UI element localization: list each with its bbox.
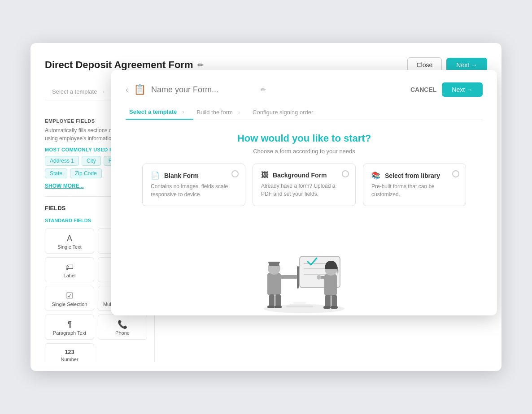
field-single-text[interactable]: A Single Text bbox=[45, 229, 94, 254]
overlay-step-configure-label: Configure signing order bbox=[253, 109, 313, 116]
background-form-radio[interactable] bbox=[342, 170, 349, 177]
svg-rect-17 bbox=[325, 295, 331, 307]
overlay-step-arrow-2: › bbox=[238, 109, 240, 116]
start-section: How would you like to start? Choose a fo… bbox=[126, 133, 483, 206]
overlay-step-configure-signing[interactable]: Configure signing order bbox=[249, 105, 322, 119]
field-number[interactable]: 123 Number bbox=[45, 343, 94, 362]
svg-rect-4 bbox=[268, 262, 280, 263]
blank-form-label: Blank Form bbox=[164, 172, 199, 179]
library-icon: 📚 bbox=[371, 171, 380, 180]
background-form-icon: 🖼 bbox=[261, 171, 268, 179]
blank-form-radio[interactable] bbox=[231, 170, 239, 177]
svg-rect-1 bbox=[267, 273, 281, 295]
overlay-title-area: ‹ 📋 ✏ bbox=[126, 84, 266, 95]
option-library[interactable]: 📚 Select from library Pre-built forms th… bbox=[363, 164, 466, 206]
illustration-area bbox=[126, 217, 483, 315]
svg-rect-10 bbox=[297, 266, 299, 289]
back-arrow-icon[interactable]: ‹ bbox=[126, 85, 128, 95]
svg-rect-6 bbox=[275, 294, 281, 307]
background-form-label: Background Form bbox=[273, 172, 327, 179]
svg-rect-9 bbox=[280, 275, 298, 279]
option-bg-header: 🖼 Background Form bbox=[261, 171, 347, 179]
overlay-step-build-label: Build the form bbox=[197, 109, 233, 116]
overlay-header-buttons: CANCEL Next → bbox=[410, 82, 483, 97]
overlay-step-arrow-1: › bbox=[182, 108, 184, 115]
svg-rect-7 bbox=[267, 306, 275, 308]
svg-rect-15 bbox=[324, 274, 337, 296]
svg-rect-24 bbox=[290, 304, 310, 306]
edit-title-icon[interactable]: ✏ bbox=[197, 61, 203, 69]
main-window: Direct Deposit Agreement Form ✏ Close Ne… bbox=[31, 43, 501, 371]
next-overlay-button[interactable]: Next → bbox=[442, 82, 483, 97]
tag-state[interactable]: State bbox=[45, 168, 67, 178]
overlay-modal: ‹ 📋 ✏ CANCEL Next → Select a template › … bbox=[111, 70, 497, 315]
illustration-svg bbox=[241, 226, 367, 315]
form-name-input[interactable] bbox=[151, 85, 255, 95]
library-radio[interactable] bbox=[452, 170, 459, 177]
background-form-desc: Already have a form? Upload a PDF and se… bbox=[261, 182, 347, 198]
overlay-step-select-template[interactable]: Select a template › bbox=[126, 105, 193, 120]
library-label: Select from library bbox=[385, 172, 440, 179]
form-icon: 📋 bbox=[134, 84, 146, 95]
main-title-text: Direct Deposit Agreement Form bbox=[45, 59, 193, 71]
number-icon: 123 bbox=[65, 349, 74, 355]
tag-city[interactable]: City bbox=[82, 156, 101, 166]
option-blank-form[interactable]: 📄 Blank Form Contains no images, fields … bbox=[142, 164, 245, 206]
overlay-step-select-label: Select a template bbox=[129, 108, 177, 115]
fields-title: FIELDS bbox=[45, 205, 65, 211]
blank-form-icon: 📄 bbox=[151, 171, 160, 180]
field-single-text-label: Single Text bbox=[57, 244, 82, 250]
field-phone[interactable]: 📞 Phone bbox=[98, 315, 147, 340]
field-single-selection[interactable]: ☑ Single Selection bbox=[45, 286, 94, 311]
svg-rect-19 bbox=[323, 306, 331, 309]
step-select-template[interactable]: Select a template › bbox=[45, 84, 114, 99]
field-label[interactable]: 🏷 Label bbox=[45, 257, 94, 282]
svg-rect-23 bbox=[286, 306, 313, 307]
svg-rect-8 bbox=[275, 306, 282, 308]
overlay-header: ‹ 📋 ✏ CANCEL Next → bbox=[126, 82, 483, 97]
single-selection-icon: ☑ bbox=[66, 292, 73, 300]
blank-form-desc: Contains no images, fields scale respons… bbox=[151, 182, 237, 198]
start-title: How would you like to start? bbox=[126, 133, 483, 144]
single-text-icon: A bbox=[67, 234, 72, 242]
field-single-selection-label: Single Selection bbox=[52, 302, 87, 307]
svg-rect-18 bbox=[331, 295, 337, 307]
field-number-label: Number bbox=[61, 357, 78, 362]
overlay-step-build-form[interactable]: Build the form › bbox=[193, 105, 249, 119]
edit-form-name-icon[interactable]: ✏ bbox=[261, 86, 266, 93]
svg-rect-20 bbox=[331, 306, 338, 309]
field-paragraph-text[interactable]: ¶ Paragraph Text bbox=[45, 315, 94, 340]
option-library-header: 📚 Select from library bbox=[371, 171, 458, 180]
options-row: 📄 Blank Form Contains no images, fields … bbox=[126, 164, 483, 206]
start-subtitle: Choose a form according to your needs bbox=[126, 148, 483, 155]
svg-point-22 bbox=[317, 275, 321, 280]
tag-zipcode[interactable]: Zip Code bbox=[70, 168, 102, 178]
step-select-template-label: Select a template bbox=[52, 88, 97, 95]
cancel-button[interactable]: CANCEL bbox=[410, 86, 436, 93]
field-phone-label: Phone bbox=[115, 330, 130, 336]
svg-rect-25 bbox=[293, 302, 306, 304]
paragraph-icon: ¶ bbox=[67, 320, 72, 328]
library-desc: Pre-built forms that can be customized. bbox=[371, 182, 458, 198]
main-title-area: Direct Deposit Agreement Form ✏ bbox=[45, 59, 203, 71]
field-label-label: Label bbox=[64, 273, 76, 278]
label-icon: 🏷 bbox=[65, 263, 74, 271]
field-paragraph-label: Paragraph Text bbox=[53, 330, 86, 336]
option-blank-header: 📄 Blank Form bbox=[151, 171, 237, 180]
overlay-steps: Select a template › Build the form › Con… bbox=[126, 105, 483, 120]
tag-address1[interactable]: Address 1 bbox=[45, 156, 79, 166]
phone-icon: 📞 bbox=[118, 320, 127, 328]
step-arrow-1: › bbox=[102, 88, 104, 95]
svg-rect-5 bbox=[269, 294, 275, 307]
option-background-form[interactable]: 🖼 Background Form Already have a form? U… bbox=[253, 164, 356, 206]
